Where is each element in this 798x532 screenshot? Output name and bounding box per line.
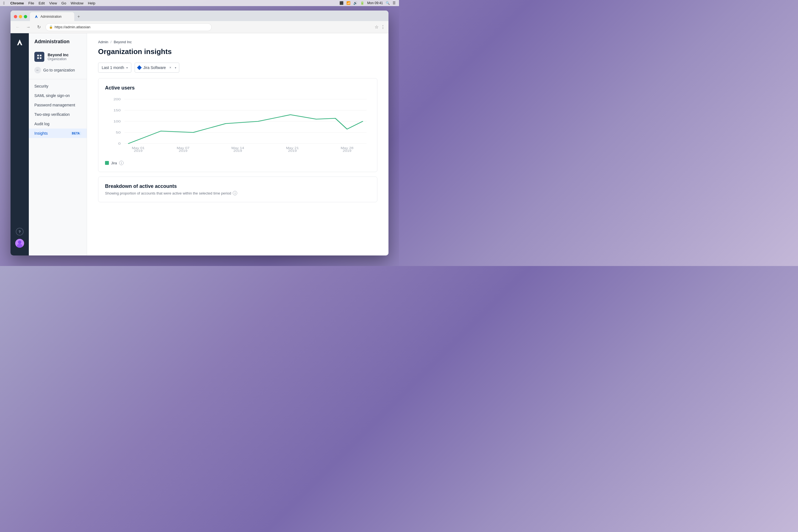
left-nav: Administration Beyond Inc Organization: [29, 33, 87, 255]
atlassian-logo[interactable]: [15, 38, 25, 48]
url-text: https://admin.atlassian: [55, 25, 90, 29]
sidebar-item-security[interactable]: Security: [29, 81, 87, 91]
address-bar-right: ☆ ⋮: [375, 24, 385, 30]
jira-diamond-icon: [137, 65, 141, 70]
volume-icon: 🔊: [353, 1, 358, 5]
bookmark-icon[interactable]: ☆: [375, 24, 379, 30]
forward-button[interactable]: →: [24, 23, 32, 31]
menubar-time: Mon 09:41: [367, 1, 383, 5]
fullscreen-button[interactable]: [24, 15, 27, 18]
menubar-file[interactable]: File: [28, 1, 34, 5]
atlassian-tab-icon: [34, 15, 38, 19]
dark-sidebar: ?: [11, 33, 29, 255]
chart-container: 200 150 100 50 0 May 01 2019 May 07: [105, 96, 370, 157]
sidebar-item-audit[interactable]: Audit log: [29, 119, 87, 129]
monitor-icon: ⬛: [339, 1, 344, 5]
legend-color-jira: [105, 161, 109, 165]
product-filter-chevron: ▾: [175, 66, 176, 69]
product-remove-button[interactable]: ×: [168, 65, 173, 70]
product-filter[interactable]: Jira Software × ▾: [135, 63, 179, 73]
main-area: ? Administration: [11, 33, 388, 255]
page-title: Organization insights: [98, 48, 377, 56]
menu-icon[interactable]: ☰: [393, 1, 396, 5]
menubar-left:  Chrome File Edit View Go Window Help: [3, 1, 95, 5]
svg-text:0: 0: [118, 142, 121, 145]
help-button[interactable]: ?: [16, 228, 23, 235]
search-icon[interactable]: 🔍: [386, 1, 390, 5]
product-label: Jira Software: [143, 65, 166, 70]
svg-text:50: 50: [116, 131, 120, 134]
tab-title: Administration: [40, 15, 61, 19]
sidebar-item-saml[interactable]: SAML single sign-on: [29, 91, 87, 100]
more-options-icon[interactable]: ⋮: [381, 24, 385, 30]
close-button[interactable]: [14, 15, 17, 18]
beta-badge: BETA: [71, 132, 81, 135]
active-users-chart-svg: 200 150 100 50 0 May 01 2019 May 07: [105, 96, 370, 152]
svg-rect-6: [40, 57, 41, 59]
left-nav-title: Administration: [29, 39, 87, 49]
breakdown-subtitle-text: Showing proportion of accounts that were…: [105, 191, 231, 195]
sidebar-item-password[interactable]: Password management: [29, 100, 87, 110]
menubar-app-name[interactable]: Chrome: [10, 1, 24, 5]
svg-text:100: 100: [114, 120, 121, 123]
url-bar[interactable]: 🔒 https://admin.atlassian: [45, 23, 212, 31]
go-to-org[interactable]: ← Go to organization: [29, 64, 87, 76]
browser-tab-active[interactable]: Administration: [30, 12, 74, 21]
new-tab-button[interactable]: +: [75, 13, 82, 20]
address-bar: ← → ↻ 🔒 https://admin.atlassian ☆ ⋮: [11, 21, 388, 33]
sidebar-item-two-step[interactable]: Two-step verification: [29, 110, 87, 119]
tab-bar: Administration +: [11, 11, 388, 21]
time-period-chevron: ▾: [126, 66, 128, 69]
minimize-button[interactable]: [19, 15, 22, 18]
refresh-button[interactable]: ↻: [35, 23, 43, 31]
breadcrumb-admin[interactable]: Admin: [98, 40, 108, 44]
menubar-window[interactable]: Window: [71, 1, 83, 5]
sidebar-item-insights[interactable]: Insights BETA: [29, 129, 87, 138]
svg-point-1: [18, 241, 21, 244]
breakdown-info-button[interactable]: i: [233, 191, 237, 195]
back-button[interactable]: ←: [14, 23, 22, 31]
breakdown-card: Breakdown of active accounts Showing pro…: [98, 176, 377, 202]
insights-label: Insights: [34, 131, 48, 135]
menubar-go[interactable]: Go: [61, 1, 66, 5]
dark-sidebar-bottom: ?: [15, 228, 24, 251]
svg-text:2019: 2019: [134, 149, 143, 152]
svg-rect-3: [37, 55, 39, 57]
org-icon: [34, 52, 44, 62]
svg-text:150: 150: [114, 109, 121, 112]
svg-text:2019: 2019: [288, 149, 297, 152]
org-item[interactable]: Beyond Inc Organization: [29, 49, 87, 64]
org-info: Beyond Inc Organization: [48, 53, 69, 61]
svg-text:2019: 2019: [343, 149, 352, 152]
active-users-title: Active users: [105, 85, 370, 91]
svg-rect-5: [37, 57, 39, 59]
menubar-help[interactable]: Help: [88, 1, 95, 5]
user-avatar[interactable]: [15, 239, 24, 248]
filters-row: Last 1 month ▾ Jira Software × ▾: [98, 63, 377, 73]
battery-icon: 🔋: [360, 1, 364, 5]
avatar-image: [15, 239, 24, 248]
menubar-right: ⬛ 📶 🔊 🔋 Mon 09:41 🔍 ☰: [339, 1, 396, 5]
legend-info-button[interactable]: i: [119, 161, 124, 165]
apple-icon[interactable]: : [3, 1, 5, 5]
svg-text:2019: 2019: [233, 149, 242, 152]
time-period-label: Last 1 month: [102, 65, 124, 70]
wifi-icon: 📶: [346, 1, 350, 5]
menubar-edit[interactable]: Edit: [39, 1, 44, 5]
time-period-filter[interactable]: Last 1 month ▾: [98, 63, 131, 73]
breakdown-title: Breakdown of active accounts: [105, 184, 370, 189]
breadcrumb: Admin / Beyond Inc: [98, 40, 377, 44]
breakdown-subtitle: Showing proportion of accounts that were…: [105, 191, 370, 195]
menubar-view[interactable]: View: [49, 1, 57, 5]
menubar:  Chrome File Edit View Go Window Help ⬛…: [0, 0, 399, 6]
go-icon: ←: [34, 67, 41, 73]
breadcrumb-separator: /: [111, 40, 112, 44]
lock-icon: 🔒: [49, 25, 53, 29]
svg-rect-4: [40, 55, 41, 57]
org-type: Organization: [48, 57, 69, 61]
browser-window: Administration + ← → ↻ 🔒 https://admin.a…: [11, 11, 388, 255]
active-users-card: Active users 200 150 100 50: [98, 78, 377, 172]
traffic-lights: [13, 15, 30, 20]
svg-text:2019: 2019: [179, 149, 188, 152]
org-name: Beyond Inc: [48, 53, 69, 57]
